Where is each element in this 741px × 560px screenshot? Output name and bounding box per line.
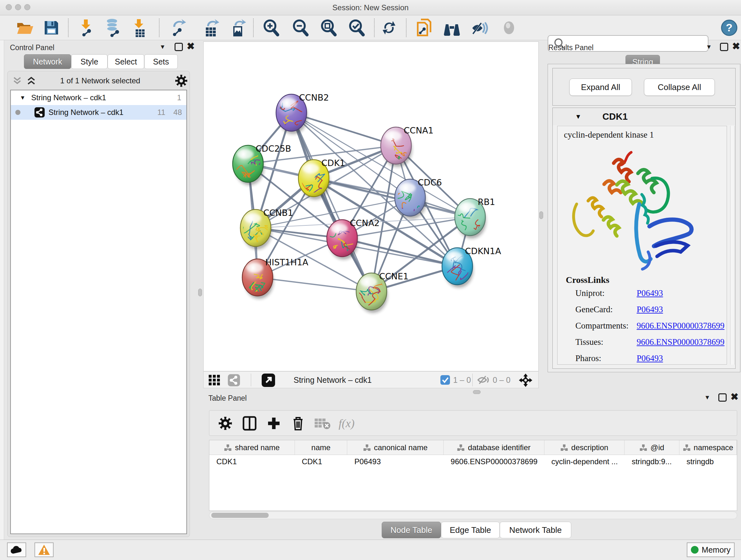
function-builder-button[interactable]: f(x) — [336, 413, 357, 434]
column-header-database-identifier[interactable]: database identifier — [444, 440, 544, 455]
table-row[interactable]: CDK1CDK1P064939606.ENSP00000378699cyclin… — [209, 455, 737, 469]
column-header-namespace[interactable]: namespace — [679, 440, 737, 455]
first-neighbors-button[interactable] — [441, 17, 462, 38]
zoom-out-button[interactable] — [290, 17, 311, 38]
table-hscrollbar[interactable] — [209, 511, 737, 519]
network-column-icon — [457, 444, 465, 451]
selected-checkbox-icon[interactable] — [441, 375, 450, 385]
birdseye-toggle-icon[interactable] — [228, 374, 240, 386]
collapse-all-button[interactable]: Collapse All — [644, 78, 715, 96]
network-row[interactable]: String Network – cdk1 11 48 — [11, 105, 186, 120]
table-hscrollbar-thumb[interactable] — [211, 513, 269, 518]
graphics-details-icon[interactable] — [209, 375, 220, 386]
tab-edge-table[interactable]: Edge Table — [441, 522, 500, 538]
network-graph[interactable]: CCNB2CCNA1CDC25BCDK1CDC6RB1CCNB1CCNA2CDK… — [204, 42, 538, 371]
help-button[interactable]: ? — [719, 17, 740, 38]
results-scrollbar[interactable] — [730, 126, 735, 365]
control-panel-float-icon[interactable] — [175, 43, 183, 51]
zoom-selected-icon — [348, 19, 365, 37]
apply-preferred-layout-button[interactable] — [379, 17, 400, 38]
results-panel-menu-icon[interactable]: ▼ — [706, 44, 712, 51]
column-header-name[interactable]: name — [295, 440, 347, 455]
table-panel-menu-icon[interactable]: ▼ — [704, 394, 711, 401]
network-column-icon — [224, 444, 232, 451]
tab-network[interactable]: Network — [24, 54, 71, 69]
collection-expander-icon[interactable]: ▼ — [20, 95, 25, 101]
results-panel-close-icon[interactable]: ✖ — [732, 42, 740, 51]
import-table-from-file-button[interactable] — [129, 17, 150, 38]
crosslink-link[interactable]: P06493 — [636, 354, 663, 363]
export-table-button[interactable] — [201, 17, 222, 38]
save-session-button[interactable] — [41, 17, 62, 38]
table-panel-float-icon[interactable] — [718, 393, 727, 401]
create-column-button[interactable] — [264, 413, 284, 434]
table-cell[interactable]: CDK1 — [295, 455, 347, 469]
control-panel-menu-icon[interactable]: ▼ — [159, 44, 165, 51]
open-session-button[interactable] — [14, 17, 36, 38]
edge-HIST1H1A-CCNE1[interactable] — [258, 277, 372, 292]
tab-sets[interactable]: Sets — [144, 54, 178, 69]
table-cell[interactable]: CDK1 — [209, 455, 295, 469]
split-columns-icon — [242, 416, 257, 431]
column-header-shared-name[interactable]: shared name — [209, 440, 295, 455]
warnings-button[interactable] — [35, 543, 54, 557]
export-image-icon — [229, 18, 247, 37]
zoom-fit-content-button[interactable] — [318, 17, 339, 38]
table-cell[interactable]: cyclin-dependent ... — [544, 455, 625, 469]
cdk1-expander-icon[interactable]: ▼ — [575, 113, 582, 120]
show-column-panel-button[interactable] — [239, 413, 260, 434]
results-panel-float-icon[interactable] — [720, 43, 728, 51]
export-network-button[interactable] — [169, 17, 190, 38]
hide-selection-button[interactable] — [469, 17, 490, 38]
crosslink-link[interactable]: 9606.ENSP00000378699 — [636, 321, 724, 331]
column-header-description[interactable]: description — [544, 440, 625, 455]
network-options-gear-icon[interactable] — [175, 74, 188, 87]
network-collection-row[interactable]: ▼ String Network – cdk1 1 — [11, 90, 186, 105]
tab-node-table[interactable]: Node Table — [382, 522, 441, 538]
node-label-CCNE1: CCNE1 — [379, 271, 408, 281]
delete-table-button[interactable] — [312, 413, 333, 434]
pan-mode-icon[interactable] — [518, 373, 533, 388]
crosslink-link[interactable]: 9606.ENSP00000378699 — [636, 337, 724, 347]
cdk1-card-header[interactable]: ▼ CDK1 — [553, 108, 735, 125]
delete-column-button[interactable] — [288, 413, 308, 434]
table-cell[interactable]: stringdb:9... — [624, 455, 679, 469]
expand-all-button[interactable]: Expand All — [569, 78, 632, 96]
tab-style[interactable]: Style — [71, 54, 108, 69]
column-header-label: canonical name — [374, 443, 428, 452]
tab-select[interactable]: Select — [108, 54, 144, 69]
control-panel: Control Panel ▼ ✖ Network Style Select S… — [4, 40, 197, 540]
table-options-button[interactable] — [215, 413, 235, 434]
column-header-canonical-name[interactable]: canonical name — [347, 440, 444, 455]
memory-status-dot-icon — [691, 546, 698, 554]
import-network-from-database-button[interactable] — [102, 17, 123, 38]
table-cell[interactable]: P06493 — [347, 455, 444, 469]
cloud-status-button[interactable] — [7, 543, 26, 557]
crosslink-link[interactable]: P06493 — [636, 288, 663, 298]
import-network-from-file-button[interactable] — [75, 17, 96, 38]
crosslinks-list: Uniprot:P06493GeneCard:P06493Compartment… — [557, 288, 727, 370]
zoom-in-button[interactable] — [260, 17, 281, 38]
vertical-splitter-grip[interactable] — [198, 289, 202, 296]
crosslink-link[interactable]: P06493 — [636, 305, 663, 314]
column-header--id[interactable]: @id — [624, 440, 679, 455]
annotation-mode-icon[interactable] — [262, 374, 275, 387]
table-cell[interactable]: 9606.ENSP00000378699 — [444, 455, 544, 469]
zoom-selected-button[interactable] — [346, 17, 367, 38]
show-all-button[interactable] — [498, 17, 520, 38]
network-canvas[interactable]: CCNB2CCNA1CDC25BCDK1CDC6RB1CCNB1CCNA2CDK… — [203, 42, 539, 371]
memory-label: Memory — [702, 545, 731, 555]
table-panel-close-icon[interactable]: ✖ — [731, 393, 738, 401]
memory-button[interactable]: Memory — [687, 543, 735, 557]
control-panel-close-icon[interactable]: ✖ — [187, 42, 195, 51]
new-network-from-selection-button[interactable] — [414, 17, 434, 38]
warning-icon — [38, 544, 51, 556]
table-toolbar: f(x) — [209, 410, 737, 436]
table-cell[interactable]: stringdb — [679, 455, 737, 469]
export-image-button[interactable] — [228, 17, 249, 38]
duplicate-network-icon — [416, 18, 432, 37]
collapse-all-icon[interactable] — [12, 76, 25, 86]
column-header-label: shared name — [235, 443, 280, 452]
tab-network-table[interactable]: Network Table — [500, 522, 571, 538]
expand-all-icon[interactable] — [26, 76, 39, 86]
